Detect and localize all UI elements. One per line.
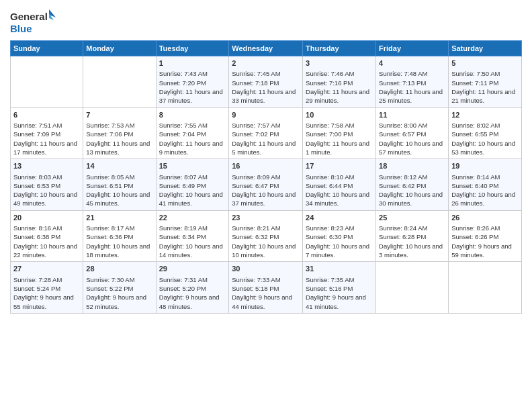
svg-text:Blue: Blue — [10, 23, 32, 34]
day-number: 12 — [451, 110, 519, 120]
calendar-cell: 19Sunrise: 8:14 AMSunset: 6:40 PMDayligh… — [449, 159, 522, 211]
day-number: 23 — [232, 213, 300, 223]
day-number: 11 — [379, 110, 445, 120]
day-number: 18 — [379, 161, 445, 171]
calendar-cell: 12Sunrise: 8:02 AMSunset: 6:55 PMDayligh… — [449, 107, 522, 159]
week-row-2: 6Sunrise: 7:51 AMSunset: 7:09 PMDaylight… — [11, 107, 522, 159]
day-number: 7 — [86, 110, 152, 120]
day-number: 31 — [306, 264, 373, 274]
calendar-cell — [83, 56, 156, 108]
calendar-cell: 27Sunrise: 7:28 AMSunset: 5:24 PMDayligh… — [11, 262, 83, 314]
day-number: 9 — [232, 110, 300, 120]
calendar-cell: 1Sunrise: 7:43 AMSunset: 7:20 PMDaylight… — [156, 56, 229, 108]
day-number: 24 — [306, 213, 373, 223]
day-number: 26 — [451, 213, 519, 223]
calendar-table: SundayMondayTuesdayWednesdayThursdayFrid… — [10, 40, 522, 314]
calendar-cell: 16Sunrise: 8:09 AMSunset: 6:47 PMDayligh… — [229, 159, 303, 211]
calendar-cell: 21Sunrise: 8:17 AMSunset: 6:36 PMDayligh… — [83, 210, 156, 262]
calendar-cell — [449, 262, 522, 314]
day-number: 21 — [86, 213, 152, 223]
calendar-cell: 31Sunrise: 7:35 AMSunset: 5:16 PMDayligh… — [303, 262, 376, 314]
day-number: 19 — [451, 161, 519, 171]
week-row-5: 27Sunrise: 7:28 AMSunset: 5:24 PMDayligh… — [11, 262, 522, 314]
day-number: 8 — [159, 110, 226, 120]
calendar-cell: 2Sunrise: 7:45 AMSunset: 7:18 PMDaylight… — [229, 56, 303, 108]
day-number: 29 — [159, 264, 226, 274]
calendar-cell: 8Sunrise: 7:55 AMSunset: 7:04 PMDaylight… — [156, 107, 229, 159]
calendar-cell: 29Sunrise: 7:31 AMSunset: 5:20 PMDayligh… — [156, 262, 229, 314]
day-number: 10 — [306, 110, 373, 120]
day-number: 2 — [232, 58, 300, 68]
day-header-monday: Monday — [83, 41, 156, 56]
day-number: 16 — [232, 161, 300, 171]
calendar-cell: 13Sunrise: 8:03 AMSunset: 6:53 PMDayligh… — [11, 159, 83, 211]
day-number: 1 — [159, 58, 226, 68]
day-number: 13 — [13, 161, 80, 171]
calendar-cell: 20Sunrise: 8:16 AMSunset: 6:38 PMDayligh… — [11, 210, 83, 262]
calendar-cell: 6Sunrise: 7:51 AMSunset: 7:09 PMDaylight… — [11, 107, 83, 159]
calendar-cell: 9Sunrise: 7:57 AMSunset: 7:02 PMDaylight… — [229, 107, 303, 159]
calendar-cell — [11, 56, 83, 108]
calendar-cell: 30Sunrise: 7:33 AMSunset: 5:18 PMDayligh… — [229, 262, 303, 314]
week-row-1: 1Sunrise: 7:43 AMSunset: 7:20 PMDaylight… — [11, 56, 522, 108]
day-header-thursday: Thursday — [303, 41, 376, 56]
day-header-saturday: Saturday — [449, 41, 522, 56]
header-row: SundayMondayTuesdayWednesdayThursdayFrid… — [11, 41, 522, 56]
calendar-cell: 25Sunrise: 8:24 AMSunset: 6:28 PMDayligh… — [376, 210, 449, 262]
calendar-cell: 28Sunrise: 7:30 AMSunset: 5:22 PMDayligh… — [83, 262, 156, 314]
calendar-cell: 11Sunrise: 8:00 AMSunset: 6:57 PMDayligh… — [376, 107, 449, 159]
header: General Blue — [10, 7, 522, 36]
week-row-3: 13Sunrise: 8:03 AMSunset: 6:53 PMDayligh… — [11, 159, 522, 211]
calendar-cell: 24Sunrise: 8:23 AMSunset: 6:30 PMDayligh… — [303, 210, 376, 262]
day-number: 4 — [379, 58, 445, 68]
svg-text:General: General — [10, 11, 48, 22]
week-row-4: 20Sunrise: 8:16 AMSunset: 6:38 PMDayligh… — [11, 210, 522, 262]
day-number: 30 — [232, 264, 300, 274]
day-header-tuesday: Tuesday — [156, 41, 229, 56]
calendar-cell: 3Sunrise: 7:46 AMSunset: 7:16 PMDaylight… — [303, 56, 376, 108]
logo: General Blue — [10, 7, 57, 36]
day-number: 14 — [86, 161, 152, 171]
calendar-cell: 23Sunrise: 8:21 AMSunset: 6:32 PMDayligh… — [229, 210, 303, 262]
calendar-cell: 22Sunrise: 8:19 AMSunset: 6:34 PMDayligh… — [156, 210, 229, 262]
calendar-cell: 15Sunrise: 8:07 AMSunset: 6:49 PMDayligh… — [156, 159, 229, 211]
day-header-friday: Friday — [376, 41, 449, 56]
logo-svg: General Blue — [10, 7, 57, 36]
calendar-cell: 4Sunrise: 7:48 AMSunset: 7:13 PMDaylight… — [376, 56, 449, 108]
day-number: 3 — [306, 58, 373, 68]
calendar-cell: 18Sunrise: 8:12 AMSunset: 6:42 PMDayligh… — [376, 159, 449, 211]
calendar-cell: 14Sunrise: 8:05 AMSunset: 6:51 PMDayligh… — [83, 159, 156, 211]
calendar-cell: 7Sunrise: 7:53 AMSunset: 7:06 PMDaylight… — [83, 107, 156, 159]
day-number: 20 — [13, 213, 80, 223]
day-number: 5 — [451, 58, 519, 68]
calendar-cell: 10Sunrise: 7:58 AMSunset: 7:00 PMDayligh… — [303, 107, 376, 159]
calendar-cell: 5Sunrise: 7:50 AMSunset: 7:11 PMDaylight… — [449, 56, 522, 108]
day-number: 27 — [13, 264, 80, 274]
calendar-cell — [376, 262, 449, 314]
day-number: 15 — [159, 161, 226, 171]
day-number: 22 — [159, 213, 226, 223]
day-number: 28 — [86, 264, 152, 274]
day-number: 17 — [306, 161, 373, 171]
day-number: 25 — [379, 213, 445, 223]
day-number: 6 — [13, 110, 80, 120]
day-header-sunday: Sunday — [11, 41, 83, 56]
calendar-page: General Blue SundayMondayTuesdayWednesda… — [0, 0, 532, 320]
calendar-cell: 26Sunrise: 8:26 AMSunset: 6:26 PMDayligh… — [449, 210, 522, 262]
calendar-cell: 17Sunrise: 8:10 AMSunset: 6:44 PMDayligh… — [303, 159, 376, 211]
day-header-wednesday: Wednesday — [229, 41, 303, 56]
